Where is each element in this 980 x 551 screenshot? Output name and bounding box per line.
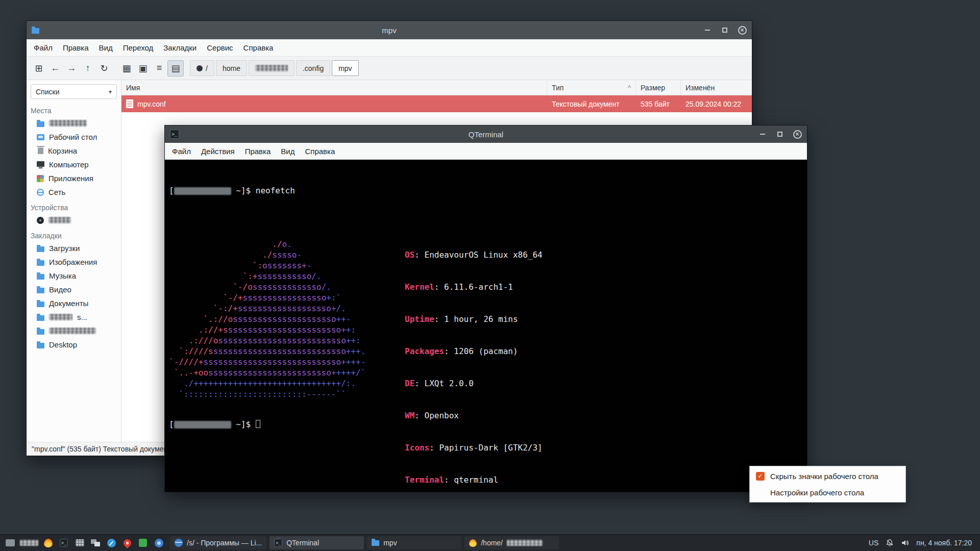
taskbar-window-mpv[interactable]: mpv: [367, 536, 461, 549]
reload-icon[interactable]: ↻: [96, 60, 112, 77]
column-header-name[interactable]: Имя: [121, 80, 547, 95]
keyboard-grid-icon[interactable]: [74, 537, 86, 549]
minimize-icon: [760, 134, 765, 135]
displays-icon[interactable]: [89, 537, 102, 549]
column-header-type[interactable]: Тип^: [547, 80, 636, 95]
qt-menu-view[interactable]: Вид: [276, 144, 300, 158]
terminal-launcher-icon[interactable]: >_: [58, 537, 70, 549]
fm-titlebar[interactable]: mpv ×: [27, 21, 752, 39]
context-menu-item-hide-desktop-icons[interactable]: ✓ Скрыть значки рабочего стола: [750, 468, 905, 484]
sidebar-item-label: Музыка: [49, 271, 76, 280]
path-segment-home[interactable]: home: [216, 60, 247, 76]
sidebar-item-label: Видео: [49, 285, 71, 294]
sidebar-item-pictures[interactable]: Изображения: [27, 255, 121, 269]
path-segment-config[interactable]: .config: [296, 60, 330, 76]
sidebar-item-computer[interactable]: Компьютер: [27, 158, 121, 171]
sidebar-item-applications[interactable]: Приложения: [27, 171, 121, 185]
taskbar-window-home[interactable]: /home/: [464, 536, 559, 549]
sidebar-item-redacted-home[interactable]: [27, 116, 121, 130]
sidebar-item-music[interactable]: Музыка: [27, 269, 121, 283]
thumbnail-view-icon[interactable]: ▣: [135, 60, 151, 77]
qt-menu-actions[interactable]: Действия: [196, 144, 240, 158]
file-cell-type: Текстовый документ: [547, 100, 636, 108]
sidebar-item-network[interactable]: Сеть: [27, 185, 121, 199]
folder-icon: [37, 246, 44, 252]
keyboard-layout-indicator[interactable]: US: [869, 539, 878, 547]
file-cell-modified: 25.09.2024 00:22: [681, 100, 752, 108]
up-icon[interactable]: ↑: [80, 60, 96, 77]
fm-menu-bookmarks[interactable]: Закладки: [158, 41, 202, 55]
browser-icon[interactable]: [153, 537, 165, 549]
chevron-down-icon: ▾: [109, 88, 112, 95]
redacted-user-host: [174, 421, 231, 429]
qt-titlebar[interactable]: >_ QTerminal ×: [165, 126, 807, 143]
qt-menu-file[interactable]: Файл: [167, 144, 196, 158]
minimize-button[interactable]: [703, 26, 712, 35]
redacted-text: [48, 217, 71, 223]
sidebar-item-label: Корзина: [48, 146, 77, 155]
restore-button[interactable]: [775, 130, 785, 139]
firefox-icon[interactable]: [42, 537, 54, 549]
restore-button[interactable]: [720, 26, 729, 35]
new-tab-icon[interactable]: ⊞: [31, 60, 47, 77]
sidebar-item-documents[interactable]: Документы: [27, 296, 121, 310]
taskbar-window-browser[interactable]: /s/ - Программы — Li...: [170, 536, 266, 549]
location-pin-icon[interactable]: [121, 537, 133, 549]
app-menu-icon[interactable]: [4, 537, 16, 549]
folder-icon: [37, 343, 44, 348]
file-row-mpv-conf[interactable]: mpv.conf Текстовый документ 535 байт 25.…: [121, 95, 752, 112]
forward-icon[interactable]: →: [63, 60, 80, 77]
context-menu-item-desktop-settings[interactable]: Настройки рабочего стола: [750, 484, 905, 500]
fm-menu-help[interactable]: Справка: [238, 41, 279, 55]
context-menu-item-label: Скрыть значки рабочего стола: [770, 472, 878, 481]
sidebar-item-trash[interactable]: Корзина: [27, 144, 121, 158]
redacted-text: [20, 540, 38, 546]
restore-icon: [777, 132, 782, 137]
notifications-muted-icon[interactable]: [886, 539, 894, 547]
clock[interactable]: пн, 4 нояб. 17:20: [916, 539, 972, 547]
path-segment-root[interactable]: /: [190, 60, 214, 76]
fm-menu-tools[interactable]: Сервис: [202, 41, 238, 55]
fm-menu-edit[interactable]: Правка: [58, 41, 94, 55]
fm-menu-file[interactable]: Файл: [29, 41, 58, 55]
checked-checkbox-icon: ✓: [756, 472, 765, 481]
column-header-modified[interactable]: Изменён: [681, 80, 752, 95]
qt-menu-edit[interactable]: Правка: [240, 144, 276, 158]
fm-menu-go[interactable]: Переход: [118, 41, 159, 55]
globe-icon: [175, 539, 183, 547]
sidebar-item-label: Desktop: [49, 340, 77, 349]
folder-icon: [372, 540, 379, 546]
icon-view-icon[interactable]: ▦: [118, 60, 135, 77]
green-app-icon[interactable]: [137, 537, 149, 549]
close-button[interactable]: ×: [738, 26, 747, 35]
taskbar-window-qterminal[interactable]: >_QTerminal: [270, 536, 364, 549]
terminal-output[interactable]: [ ~]$ neofetch ./o. ./sssso- `:osssssss+…: [165, 160, 807, 492]
editor-icon[interactable]: [105, 537, 117, 549]
column-header-size[interactable]: Размер: [636, 80, 681, 95]
sidebar-item-label: Рабочий стол: [49, 133, 97, 141]
compact-view-icon[interactable]: ≡: [151, 60, 167, 77]
flame-icon: [469, 539, 477, 547]
sidebar-view-select[interactable]: Списки ▾: [31, 84, 117, 99]
sidebar-item-desktop-bookmark[interactable]: Desktop: [27, 338, 121, 352]
minimize-button[interactable]: [758, 130, 767, 139]
path-segment-user-redacted[interactable]: [249, 60, 295, 76]
qt-menu-help[interactable]: Справка: [300, 144, 340, 158]
sidebar-item-downloads[interactable]: Загрузки: [27, 241, 121, 255]
folder-icon: [37, 329, 44, 335]
sidebar-item-redacted-s[interactable]: s...: [27, 310, 121, 324]
sidebar-item-redacted-bookmark[interactable]: [27, 324, 121, 338]
back-icon[interactable]: ←: [47, 60, 63, 77]
path-segment-current[interactable]: mpv: [332, 60, 358, 76]
fm-menu-view[interactable]: Вид: [94, 41, 118, 55]
detailed-view-icon[interactable]: ▤: [167, 60, 184, 77]
sidebar-item-videos[interactable]: Видео: [27, 283, 121, 296]
sidebar-view-select-label: Списки: [36, 88, 59, 96]
volume-icon[interactable]: [901, 539, 909, 547]
sidebar-item-desktop-place[interactable]: Рабочий стол: [27, 130, 121, 144]
info-row-os: OS: EndeavourOS Linux x86_64: [405, 249, 543, 260]
sidebar-item-device-redacted[interactable]: [27, 213, 121, 227]
fm-sidebar: Списки ▾ Места Рабочий стол Корзина Комп…: [27, 80, 121, 442]
folder-icon: [37, 288, 44, 293]
close-button[interactable]: ×: [793, 130, 802, 139]
